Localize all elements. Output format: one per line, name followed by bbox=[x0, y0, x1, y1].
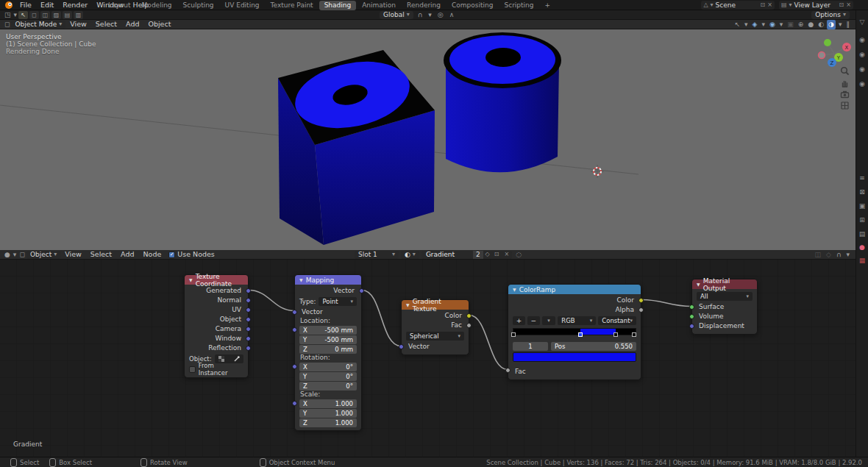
menu-render[interactable]: Render bbox=[58, 0, 92, 10]
menu-file[interactable]: File bbox=[15, 0, 36, 10]
socket-window[interactable] bbox=[246, 336, 251, 341]
tab-layout[interactable]: Layout bbox=[103, 1, 136, 10]
close-icon[interactable]: × bbox=[846, 1, 851, 10]
tab-scripting[interactable]: Scripting bbox=[499, 1, 538, 10]
view-layer-selector[interactable]: ▤ ▾ View Layer ⊡ × bbox=[779, 1, 853, 10]
add-workspace-button[interactable]: + bbox=[540, 1, 556, 10]
shader-editor-type-icon[interactable]: ● bbox=[3, 250, 12, 260]
colorramp-swatch[interactable] bbox=[513, 352, 636, 362]
location-y-field[interactable]: Y-500 mm bbox=[299, 335, 357, 344]
chevron-down-icon[interactable]: ▾ bbox=[844, 250, 851, 260]
node-header[interactable]: ▼ Gradient Texture bbox=[402, 300, 469, 310]
node-mapping[interactable]: ▼ Mapping Vector Type: Point▾ Vector Loc… bbox=[294, 274, 362, 431]
zoom-view-icon[interactable] bbox=[839, 65, 850, 76]
menu-edit[interactable]: Edit bbox=[36, 0, 58, 10]
node-colorramp[interactable]: ▼ ColorRamp Color Alpha + − ▾ RGB▾ Const… bbox=[508, 284, 641, 380]
collapse-icon[interactable]: ▼ bbox=[299, 277, 303, 282]
tool-icon-3[interactable]: ▨ bbox=[51, 11, 61, 19]
new-scene-icon[interactable]: ⊡ bbox=[761, 1, 766, 10]
shading-solid-icon[interactable]: ● bbox=[806, 20, 815, 29]
collapse-icon[interactable]: ▼ bbox=[513, 287, 516, 292]
selectability-icon[interactable]: ↖ bbox=[733, 20, 741, 29]
socket-alpha-out[interactable] bbox=[638, 307, 644, 313]
collapse-icon[interactable]: ▼ bbox=[697, 282, 700, 287]
from-instancer-checkbox[interactable] bbox=[189, 366, 196, 373]
shader-node-canvas[interactable]: ▼ Texture Coordinate Generated Normal UV… bbox=[0, 260, 855, 457]
ne-menu-node[interactable]: Node bbox=[138, 249, 166, 260]
remove-stop-button[interactable]: − bbox=[527, 316, 540, 325]
shading-material-icon[interactable]: ◐ bbox=[817, 20, 825, 29]
blender-logo-icon[interactable] bbox=[4, 1, 13, 10]
shading-wireframe-icon[interactable]: ⊕ bbox=[797, 20, 805, 29]
editor-type-icon[interactable]: ◳ bbox=[3, 10, 13, 20]
eye-icon[interactable]: ◉ bbox=[856, 79, 868, 88]
ramp-stop[interactable] bbox=[613, 332, 618, 337]
toggle-ortho-grid-icon[interactable] bbox=[839, 100, 850, 111]
material-tab-icon[interactable]: ● bbox=[856, 243, 868, 252]
socket-object[interactable] bbox=[246, 317, 251, 322]
stop-index-field[interactable]: 1 bbox=[513, 342, 548, 351]
new-material-icon[interactable]: ⊡ bbox=[492, 250, 502, 259]
render-tab-icon[interactable]: ▣ bbox=[856, 202, 868, 210]
vp-menu-select[interactable]: Select bbox=[91, 19, 121, 29]
snap-magnet-icon[interactable]: ∩ bbox=[835, 250, 843, 260]
output-tab-icon[interactable]: ⊞ bbox=[856, 215, 868, 224]
ramp-specials-dropdown[interactable]: ▾ bbox=[542, 316, 556, 325]
browse-material-dropdown[interactable]: ◐▾ bbox=[401, 251, 419, 259]
socket-fac-in[interactable] bbox=[505, 368, 511, 373]
tab-uv-editing[interactable]: UV Editing bbox=[220, 1, 265, 10]
transform-orientation-dropdown[interactable]: Global▾ bbox=[380, 11, 413, 19]
ramp-stop[interactable] bbox=[632, 332, 636, 337]
socket-reflection[interactable] bbox=[246, 346, 251, 351]
socket-location-in[interactable] bbox=[292, 327, 297, 332]
socket-color-out[interactable] bbox=[638, 298, 644, 303]
socket-surface-in[interactable] bbox=[689, 304, 694, 310]
socket-vector-in[interactable] bbox=[399, 344, 404, 349]
material-slot-dropdown[interactable]: Slot 1▾ bbox=[355, 251, 399, 259]
pause-render-icon[interactable]: ‖ bbox=[845, 20, 852, 29]
add-stop-button[interactable]: + bbox=[513, 316, 525, 325]
tab-sculpting[interactable]: Sculpting bbox=[178, 1, 219, 10]
eye-icon[interactable]: ◉ bbox=[856, 35, 868, 44]
snap-magnet-icon[interactable]: ∩ bbox=[416, 10, 424, 20]
node-header[interactable]: ▼ Material Output bbox=[692, 279, 757, 289]
ramp-stop[interactable] bbox=[511, 332, 516, 337]
node-material-output[interactable]: ▼ Material Output All▾ Surface Volume Di… bbox=[691, 279, 758, 335]
tool-icon-4[interactable]: ▤ bbox=[63, 11, 72, 19]
eye-icon[interactable]: ◉ bbox=[856, 50, 868, 59]
node-header[interactable]: ▼ ColorRamp bbox=[508, 285, 641, 294]
output-target-dropdown[interactable]: All▾ bbox=[697, 292, 753, 301]
rotation-x-field[interactable]: X0° bbox=[299, 363, 357, 371]
ne-menu-add[interactable]: Add bbox=[116, 249, 138, 260]
socket-color-out[interactable] bbox=[466, 313, 472, 318]
3d-viewport[interactable]: User Perspective (1) Scene Collection | … bbox=[0, 29, 855, 250]
outliner-filter-icon[interactable]: ▽ bbox=[856, 18, 868, 26]
mode-dropdown[interactable]: Object Mode▾ bbox=[11, 21, 65, 29]
shader-type-dropdown[interactable]: Object▾ bbox=[26, 251, 60, 259]
socket-vector-out[interactable] bbox=[359, 288, 364, 293]
node-gradient-texture[interactable]: ▼ Gradient Texture Color Fac Spherical▾ … bbox=[401, 299, 469, 355]
eyedropper-icon[interactable] bbox=[234, 356, 240, 362]
camera-view-icon[interactable] bbox=[839, 89, 850, 100]
gizmos-icon[interactable]: ◈ bbox=[750, 20, 758, 29]
vp-menu-add[interactable]: Add bbox=[121, 19, 143, 29]
new-layer-icon[interactable]: ⊡ bbox=[839, 1, 844, 10]
node-header[interactable]: ▼ Mapping bbox=[295, 275, 361, 285]
close-icon[interactable]: × bbox=[767, 1, 772, 10]
socket-volume-in[interactable] bbox=[689, 314, 694, 319]
snap-node-icon[interactable]: ◫ bbox=[813, 250, 822, 260]
scene-name[interactable]: Scene bbox=[716, 1, 758, 9]
collapse-icon[interactable]: ▼ bbox=[189, 277, 193, 282]
rotation-y-field[interactable]: Y0° bbox=[299, 372, 357, 381]
tab-texture-paint[interactable]: Texture Paint bbox=[266, 1, 319, 10]
gradient-type-dropdown[interactable]: Spherical▾ bbox=[406, 332, 464, 341]
node-texture-coordinate[interactable]: ▼ Texture Coordinate Generated Normal UV… bbox=[184, 274, 249, 378]
view-layer-tab-icon[interactable]: ▤ bbox=[856, 229, 868, 238]
fake-user-shield-icon[interactable]: ◇ bbox=[483, 250, 492, 259]
use-nodes-checkbox[interactable]: ✓ bbox=[168, 252, 175, 258]
scale-x-field[interactable]: X1.000 bbox=[299, 399, 357, 408]
proportional-editing-icon[interactable]: ◎ bbox=[436, 10, 445, 20]
socket-fac-out[interactable] bbox=[466, 323, 472, 328]
vp-menu-view[interactable]: View bbox=[65, 19, 91, 29]
socket-vector-in[interactable] bbox=[292, 310, 297, 315]
